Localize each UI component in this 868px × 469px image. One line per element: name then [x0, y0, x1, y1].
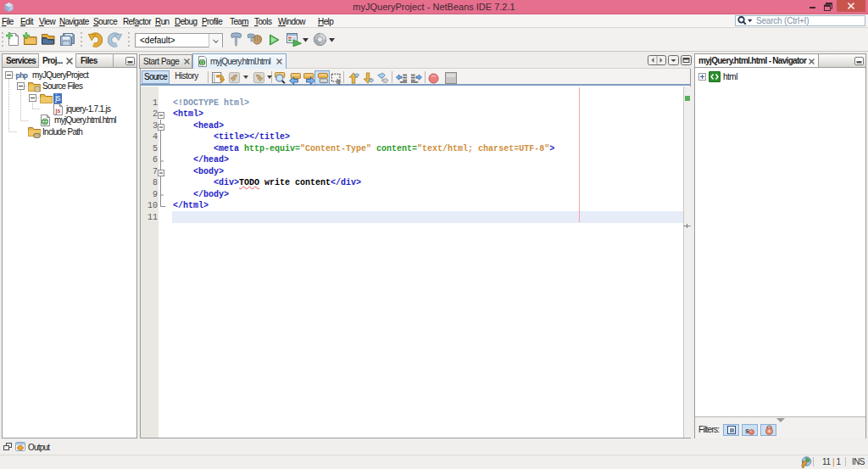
svg-text:s: s [745, 427, 749, 435]
svg-text:php: php [15, 71, 27, 80]
svg-text:js: js [55, 108, 61, 114]
